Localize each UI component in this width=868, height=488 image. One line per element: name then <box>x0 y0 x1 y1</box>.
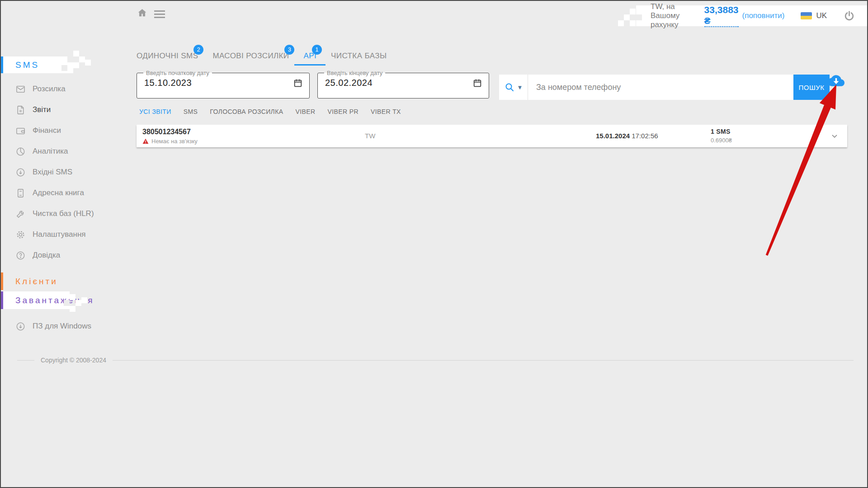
tab-badge: 2 <box>193 45 203 55</box>
divider-line <box>17 360 34 361</box>
sidebar-section-downloads[interactable]: Завантаження <box>1 291 70 309</box>
home-icon[interactable] <box>137 7 148 19</box>
sidebar-item-dovidka[interactable]: Довідка <box>1 245 123 266</box>
report-document-icon <box>15 105 26 115</box>
row-network: TW <box>365 132 375 140</box>
topup-link[interactable]: (поповнити) <box>742 11 785 20</box>
search-bar: ▼ ПОШУК <box>499 75 830 100</box>
export-download-icon[interactable] <box>828 72 844 89</box>
sidebar-item-vhidni-sms[interactable]: Вхідні SMS <box>1 162 123 183</box>
filter-viber[interactable]: VIBER <box>296 108 316 115</box>
sidebar-item-zvity[interactable]: Звіти <box>1 99 123 120</box>
search-icon <box>504 82 515 93</box>
tab-label: ОДИНОЧНІ SMS <box>137 52 198 60</box>
sidebar-item-label: Аналітика <box>33 147 68 156</box>
tab-api[interactable]: API 1 <box>303 51 316 61</box>
help-icon <box>15 250 26 261</box>
filter-golosova-rozsylka[interactable]: ГОЛОСОВА РОЗСИЛКА <box>210 108 283 115</box>
divider-line <box>113 360 854 361</box>
filter-usi-zvity[interactable]: УСІ ЗВІТИ <box>139 108 171 115</box>
pie-chart-icon <box>15 146 26 157</box>
row-date: 15.01.2024 <box>596 132 630 140</box>
hamburger-menu-icon[interactable] <box>154 10 165 20</box>
wallet-icon <box>15 126 26 136</box>
tab-chystka-bazy[interactable]: ЧИСТКА БАЗЫ <box>331 51 387 61</box>
filter-viber-tx[interactable]: VIBER TX <box>371 108 401 115</box>
sidebar-item-label: Довідка <box>33 251 60 260</box>
tab-masovi-rozsylky[interactable]: МАСОВІ РОЗСИЛКИ 3 <box>212 51 289 61</box>
language-label: UK <box>816 11 827 20</box>
search-button[interactable]: ПОШУК <box>793 75 830 100</box>
copyright: Copyright © 2008-2024 <box>17 357 854 364</box>
sidebar-item-label: Чистка баз (HLR) <box>33 209 94 218</box>
language-switcher[interactable]: UK <box>801 11 827 20</box>
row-price: 0.6900₴ <box>711 137 732 144</box>
tab-badge: 3 <box>284 45 294 55</box>
sidebar-section-clients[interactable]: Клієнти <box>1 272 87 290</box>
calendar-icon[interactable] <box>293 78 303 88</box>
warning-icon <box>142 138 149 144</box>
row-expand-chevron-icon[interactable] <box>830 131 839 141</box>
row-phone-number: 380501234567 <box>142 128 191 136</box>
gear-icon <box>15 230 26 240</box>
filter-viber-pr[interactable]: VIBER PR <box>328 108 359 115</box>
calendar-icon[interactable] <box>472 78 482 88</box>
sidebar-item-label: Налаштування <box>33 230 86 239</box>
annotation-arrow <box>747 78 864 267</box>
download-circle-icon <box>15 321 26 332</box>
copyright-text: Copyright © 2008-2024 <box>41 357 106 364</box>
row-status: Немає на зв'язку <box>142 138 198 145</box>
balance-amount[interactable]: 33,3883 ₴ <box>704 5 739 27</box>
start-date-field[interactable]: Введіть початкову дату <box>137 70 310 99</box>
sidebar-nav: Розсилка Звіти Фінанси Аналітика Вхідні … <box>1 79 123 266</box>
search-type-dropdown[interactable]: ▼ <box>499 75 528 100</box>
sidebar-item-analityka[interactable]: Аналітика <box>1 141 123 162</box>
row-datetime: 15.01.2024 17:02:56 <box>596 132 658 140</box>
row-status-text: Немає на зв'язку <box>151 138 198 145</box>
tab-badge: 1 <box>312 45 322 55</box>
balance-prefix: TW, на Вашому рахунку <box>651 2 701 29</box>
sidebar-item-finansy[interactable]: Фінанси <box>1 120 123 141</box>
sidebar-item-label: Звіти <box>33 105 51 114</box>
sidebar-item-nalashtuvannya[interactable]: Налаштування <box>1 224 123 245</box>
logout-power-icon[interactable] <box>843 10 855 22</box>
tab-label: ЧИСТКА БАЗЫ <box>331 52 387 60</box>
end-date-field[interactable]: Введіть кінцеву дату <box>317 70 489 99</box>
row-sms-count: 1 SMS <box>711 128 731 135</box>
sidebar-item-pz-windows[interactable]: ПЗ для Windows <box>1 316 123 337</box>
incoming-download-icon <box>15 167 26 178</box>
sidebar-item-label: ПЗ для Windows <box>33 322 91 331</box>
sidebar-item-adresna-knyha[interactable]: Адресна книга <box>1 183 123 203</box>
sidebar-item-label: Фінанси <box>33 126 61 135</box>
filter-sms[interactable]: SMS <box>184 108 198 115</box>
sidebar-item-label: Розсилка <box>33 84 66 94</box>
search-input-wrap <box>528 75 793 100</box>
ukraine-flag-icon <box>801 12 812 19</box>
start-date-input[interactable] <box>143 77 293 89</box>
sidebar-item-rozsylka[interactable]: Розсилка <box>1 79 123 99</box>
address-book-icon <box>15 188 26 198</box>
envelope-icon <box>15 84 26 94</box>
search-input[interactable] <box>528 75 793 100</box>
account-balance-panel: TW, на Вашому рахунку 33,3883 ₴ (поповни… <box>636 5 867 26</box>
row-time: 17:02:56 <box>632 132 658 140</box>
sidebar-item-chystka-baz[interactable]: Чистка баз (HLR) <box>1 203 123 224</box>
end-date-input[interactable] <box>324 77 472 89</box>
sidebar-item-label: Вхідні SMS <box>33 168 72 177</box>
report-row[interactable]: 380501234567 Немає на зв'язку TW 15.01.2… <box>137 125 847 147</box>
wrench-icon <box>15 209 26 219</box>
report-filter-tabs: УСІ ЗВІТИ SMS ГОЛОСОВА РОЗСИЛКА VIBER VI… <box>139 108 401 115</box>
tab-odynochni-sms[interactable]: ОДИНОЧНІ SMS 2 <box>137 51 198 61</box>
app-window: TW, на Вашому рахунку 33,3883 ₴ (поповни… <box>0 0 868 488</box>
start-date-label: Введіть початкову дату <box>143 70 212 76</box>
end-date-label: Введіть кінцеву дату <box>324 70 385 76</box>
sidebar-windows-app: ПЗ для Windows <box>1 316 123 337</box>
tab-label: МАСОВІ РОЗСИЛКИ <box>212 52 289 60</box>
sidebar-item-label: Адресна книга <box>33 188 84 197</box>
chevron-down-icon: ▼ <box>517 84 523 91</box>
report-type-tabs: ОДИНОЧНІ SMS 2 МАСОВІ РОЗСИЛКИ 3 API 1 Ч… <box>137 51 387 61</box>
